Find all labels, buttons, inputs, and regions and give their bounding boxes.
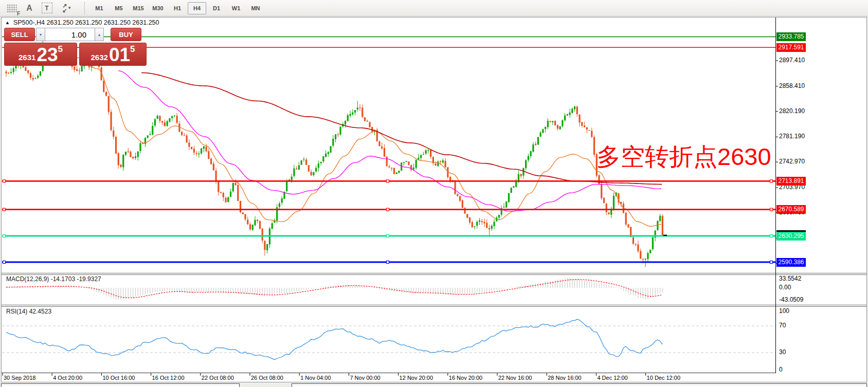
buy-price-pip: 5 xyxy=(130,44,135,54)
timeframe-buttons: M1M5M15M30H1H4D1W1MN xyxy=(89,2,265,14)
symbol-ohlc-text: SP500-,H4 2631.250 2631.250 2631.250 263… xyxy=(13,19,159,26)
mt4-application: F A T ↗ ↙ ▼ M1M5M15M30H1H4D1W1MN 2897.41… xyxy=(0,0,868,387)
fibonacci-f-glyph: F xyxy=(17,11,20,16)
macd-indicator-label: MACD(12,26,9) -14.1703 -19.9327 xyxy=(6,275,101,283)
buy-price-prefix: 2632 xyxy=(91,53,108,62)
diagonal-arrows-glyph: ↗ ↙ xyxy=(62,4,66,13)
arrows-tool-icon[interactable]: ↗ ↙ ▼ xyxy=(57,2,77,14)
timeframe-button-H1[interactable]: H1 xyxy=(168,2,187,14)
volume-input[interactable] xyxy=(45,28,95,41)
spin-up-icon: ▲ xyxy=(98,33,101,36)
fibonacci-tool-icon[interactable]: F xyxy=(5,2,19,14)
sell-price-prefix: 2631 xyxy=(19,53,35,62)
chart-info-bar: ▲ SP500-,H4 2631.250 2631.250 2631.250 2… xyxy=(5,19,159,26)
buy-button[interactable]: BUY xyxy=(111,28,141,41)
chevron-down-icon: ▼ xyxy=(67,6,71,10)
collapse-triangle-icon[interactable]: ▲ xyxy=(5,20,10,25)
buy-price-main: 01 xyxy=(109,46,130,64)
sell-price-pip: 5 xyxy=(58,44,63,54)
label-tool-icon[interactable]: T xyxy=(40,2,54,14)
minimized-window-2[interactable] xyxy=(292,383,867,387)
timeframe-button-MN[interactable]: MN xyxy=(246,2,265,14)
timeframe-button-W1[interactable]: W1 xyxy=(227,2,245,14)
fibonacci-dots-glyph xyxy=(7,4,17,12)
volume-increase-button[interactable]: ▲ xyxy=(95,28,104,41)
toolbar-separator xyxy=(84,2,85,14)
volume-decrease-button[interactable]: ▼ xyxy=(36,28,45,41)
text-tool-icon[interactable]: A xyxy=(22,2,37,14)
chart-annotation-text: 多空转折点2630 xyxy=(596,141,771,173)
timeframe-button-M30[interactable]: M30 xyxy=(149,2,167,14)
timeframe-button-H4[interactable]: H4 xyxy=(188,2,206,14)
sell-price-box[interactable]: 2631 23 5 xyxy=(4,43,77,66)
timeframe-button-M5[interactable]: M5 xyxy=(110,2,128,14)
chart-window xyxy=(1,17,867,382)
timeframe-button-M15[interactable]: M15 xyxy=(129,2,148,14)
sell-button[interactable]: SELL xyxy=(4,28,35,41)
timeframe-button-D1[interactable]: D1 xyxy=(207,2,226,14)
minimized-window-1[interactable] xyxy=(1,383,240,387)
sell-price-main: 23 xyxy=(37,46,58,64)
toolbar: F A T ↗ ↙ ▼ M1M5M15M30H1H4D1W1MN xyxy=(0,0,868,16)
one-click-trading-panel: SELL ▼ ▲ BUY 2631 23 5 2632 01 5 xyxy=(4,28,148,66)
timeframe-button-M1[interactable]: M1 xyxy=(90,2,109,14)
spin-down-icon: ▼ xyxy=(39,33,43,36)
rsi-indicator-label: RSI(14) 42.4523 xyxy=(6,308,51,315)
buy-price-box[interactable]: 2632 01 5 xyxy=(79,43,147,66)
